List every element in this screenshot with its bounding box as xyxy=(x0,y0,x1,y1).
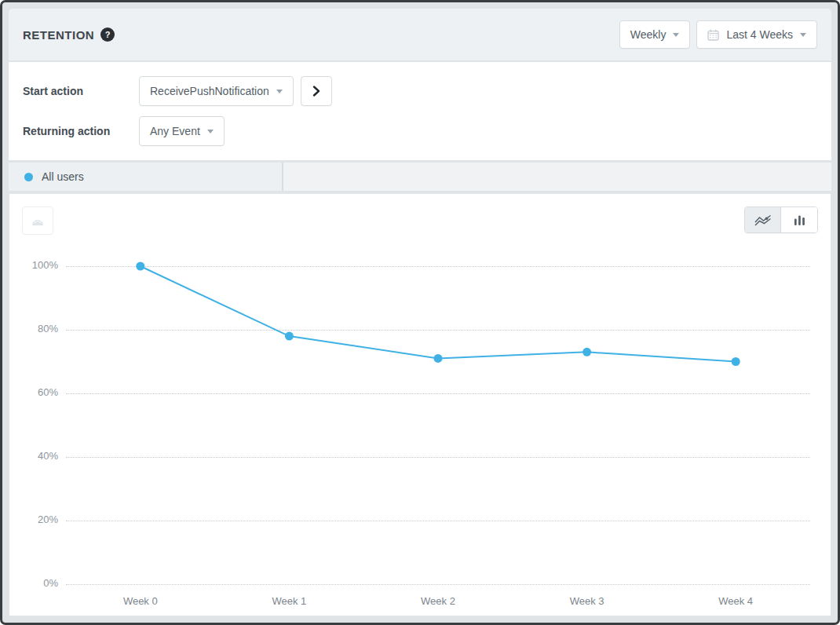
header: RETENTION ? Weekly Last 4 Weeks xyxy=(9,9,831,60)
x-axis-tick-label: Week 4 xyxy=(661,595,810,607)
date-range-value: Last 4 Weeks xyxy=(726,28,793,41)
granularity-dropdown[interactable]: Weekly xyxy=(619,20,691,49)
chevron-down-icon xyxy=(276,90,283,93)
y-axis-tick-label: 0% xyxy=(20,577,58,589)
add-to-dashboard-button[interactable] xyxy=(22,207,53,235)
dashboard-gauge-icon xyxy=(31,216,45,226)
date-range-dropdown[interactable]: Last 4 Weeks xyxy=(696,20,817,49)
start-action-dropdown[interactable]: ReceivePushNotification xyxy=(139,76,294,106)
tab-all-users-label: All users xyxy=(42,170,84,183)
chart-toolbar xyxy=(22,207,818,235)
tab-all-users[interactable]: All users xyxy=(9,163,283,191)
bar-chart-toggle-button[interactable] xyxy=(781,207,817,232)
start-action-row: Start action ReceivePushNotification xyxy=(23,76,817,106)
returning-action-value: Any Event xyxy=(150,125,200,137)
data-point[interactable] xyxy=(136,262,144,271)
chart-plot-area: 100%80%60%40%20%0% xyxy=(66,266,810,584)
help-icon[interactable]: ? xyxy=(100,27,115,42)
gridline xyxy=(66,584,810,585)
y-axis-tick-label: 80% xyxy=(20,323,58,334)
x-axis-tick-label: Week 3 xyxy=(513,595,662,607)
app-window: RETENTION ? Weekly Last 4 Weeks xyxy=(0,0,840,625)
x-axis-tick-label: Week 1 xyxy=(215,595,364,607)
line-chart-toggle-button[interactable] xyxy=(745,207,781,232)
page-title: RETENTION xyxy=(23,28,94,42)
y-axis-tick-label: 60% xyxy=(20,386,58,398)
granularity-value: Weekly xyxy=(630,28,667,41)
calendar-icon xyxy=(707,29,719,41)
data-point[interactable] xyxy=(434,354,443,363)
data-point[interactable] xyxy=(583,348,591,356)
data-point[interactable] xyxy=(732,357,740,366)
y-axis-tick-label: 100% xyxy=(20,259,58,271)
chevron-down-icon xyxy=(673,33,679,37)
y-axis-tick-label: 40% xyxy=(20,450,58,462)
returning-action-label: Returning action xyxy=(23,125,139,137)
x-axis-tick-label: Week 0 xyxy=(66,595,215,607)
line-chart-icon xyxy=(754,214,772,226)
start-action-value: ReceivePushNotification xyxy=(150,85,269,97)
chevron-down-icon xyxy=(207,130,214,133)
start-action-label: Start action xyxy=(23,85,139,97)
retention-line xyxy=(141,266,736,362)
chart-panel: 100%80%60%40%20%0% Week 0Week 1Week 2Wee… xyxy=(9,193,831,616)
chevron-down-icon xyxy=(800,33,806,37)
legend-dot xyxy=(24,173,33,181)
x-axis-tick-label: Week 2 xyxy=(363,595,513,607)
chevron-right-icon xyxy=(312,85,320,97)
expand-step-button[interactable] xyxy=(301,76,332,106)
segment-tabbar: All users xyxy=(9,163,831,191)
chart-type-toggle xyxy=(744,207,818,233)
retention-line-chart xyxy=(66,266,810,584)
filters-panel: Start action ReceivePushNotification Ret… xyxy=(9,62,831,160)
x-axis-labels: Week 0Week 1Week 2Week 3Week 4 xyxy=(66,595,810,607)
returning-action-dropdown[interactable]: Any Event xyxy=(139,116,225,146)
returning-action-row: Returning action Any Event xyxy=(23,116,817,146)
data-point[interactable] xyxy=(285,332,294,341)
bar-chart-icon xyxy=(794,214,805,225)
y-axis-tick-label: 20% xyxy=(20,514,58,525)
